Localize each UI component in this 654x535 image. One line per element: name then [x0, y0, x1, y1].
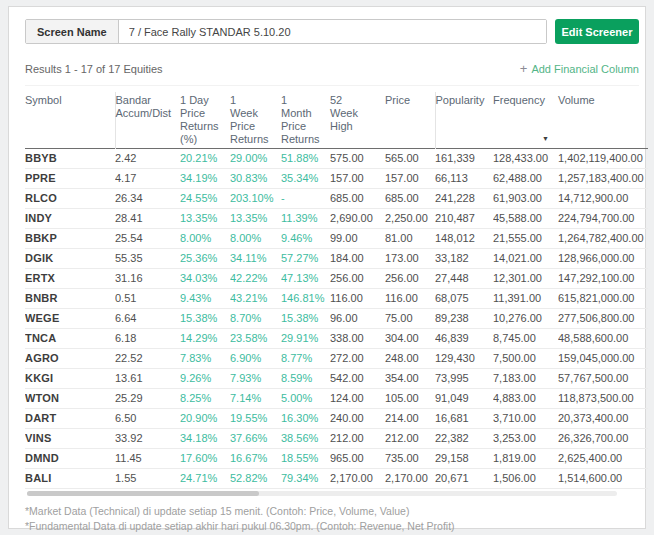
cell-price: 105.00: [385, 389, 435, 409]
cell-symbol[interactable]: AGRO: [25, 349, 115, 369]
cell-symbol[interactable]: WTON: [25, 389, 115, 409]
cell-accum: 22.52: [115, 349, 180, 369]
column-label: Volume: [558, 94, 595, 106]
cell-symbol[interactable]: DGIK: [25, 249, 115, 269]
horizontal-scrollbar-thumb[interactable]: [27, 491, 259, 496]
table-row[interactable]: ERTX31.1634.03%42.22%47.13%256.00256.002…: [25, 269, 648, 289]
column-header-price[interactable]: Price: [385, 92, 435, 149]
add-financial-column-button[interactable]: +Add Financial Column: [520, 61, 639, 76]
cell-m1: 9.46%: [281, 229, 330, 249]
cell-m1: 51.88%: [281, 149, 330, 169]
cell-symbol[interactable]: INDY: [25, 209, 115, 229]
cell-frequency: 45,588.00: [493, 209, 558, 229]
cell-popularity: 27,448: [435, 269, 493, 289]
cell-d1: 34.03%: [180, 269, 230, 289]
cell-accum: 0.51: [115, 289, 180, 309]
cell-accum: 6.64: [115, 309, 180, 329]
cell-volume: 57,767,500.00: [558, 369, 648, 389]
column-header-w1[interactable]: 1 Week Price Returns: [230, 92, 281, 149]
column-header-d1[interactable]: 1 Day Price Returns (%): [180, 92, 230, 149]
cell-symbol[interactable]: RLCO: [25, 189, 115, 209]
column-label: Symbol: [25, 94, 62, 106]
cell-frequency: 8,745.00: [493, 329, 558, 349]
table-row[interactable]: DMND11.4517.60%16.67%18.55%965.00735.002…: [25, 449, 648, 469]
column-header-m1[interactable]: 1 Month Price Returns: [281, 92, 330, 149]
cell-d1: 8.00%: [180, 229, 230, 249]
column-label: Price: [385, 94, 410, 106]
screen-name-input[interactable]: [119, 20, 546, 43]
cell-m1: -: [281, 189, 330, 209]
cell-popularity: 89,238: [435, 309, 493, 329]
table-row[interactable]: INDY28.4113.35%13.35%11.39%2,690.002,250…: [25, 209, 648, 229]
column-header-frequency[interactable]: Frequency▼: [493, 92, 558, 149]
table-row[interactable]: DART6.5020.90%19.55%16.30%240.00214.0016…: [25, 409, 648, 429]
table-row[interactable]: BBKP25.548.00%8.00%9.46%99.0081.00148,01…: [25, 229, 648, 249]
column-header-high52[interactable]: 52 Week High: [330, 92, 385, 149]
cell-frequency: 62,488.00: [493, 169, 558, 189]
table-row[interactable]: WEGE6.6415.38%8.70%15.38%96.0075.0089,23…: [25, 309, 648, 329]
cell-volume: 48,588,600.00: [558, 329, 648, 349]
table-row[interactable]: BBYB2.4220.21%29.00%51.88%575.00565.0016…: [25, 149, 648, 169]
cell-price: 2,170.00: [385, 469, 435, 489]
cell-symbol[interactable]: KKGI: [25, 369, 115, 389]
cell-accum: 28.41: [115, 209, 180, 229]
cell-high52: 575.00: [330, 149, 385, 169]
table-row[interactable]: TNCA6.1814.29%23.58%29.91%338.00304.0046…: [25, 329, 648, 349]
cell-price: 81.00: [385, 229, 435, 249]
table-row[interactable]: WTON25.298.25%7.14%5.00%124.00105.0091,0…: [25, 389, 648, 409]
edit-screener-button[interactable]: Edit Screener: [555, 19, 639, 44]
column-header-symbol[interactable]: Symbol: [25, 92, 115, 149]
cell-symbol[interactable]: VINS: [25, 429, 115, 449]
cell-d1: 25.36%: [180, 249, 230, 269]
table-row[interactable]: AGRO22.527.83%6.90%8.77%272.00248.00129,…: [25, 349, 648, 369]
cell-w1: 16.67%: [230, 449, 281, 469]
table-row[interactable]: BNBR0.519.43%43.21%146.81%116.00116.0068…: [25, 289, 648, 309]
cell-high52: 338.00: [330, 329, 385, 349]
cell-price: 157.00: [385, 169, 435, 189]
sort-desc-icon[interactable]: ▼: [542, 132, 549, 145]
table-row[interactable]: RLCO26.3424.55%203.10%-685.00685.00241,2…: [25, 189, 648, 209]
cell-d1: 24.71%: [180, 469, 230, 489]
cell-m1: 38.56%: [281, 429, 330, 449]
cell-d1: 34.18%: [180, 429, 230, 449]
column-label: 1 Month Price Returns: [281, 94, 320, 145]
cell-price: 248.00: [385, 349, 435, 369]
cell-w1: 8.70%: [230, 309, 281, 329]
cell-symbol[interactable]: BNBR: [25, 289, 115, 309]
cell-d1: 20.21%: [180, 149, 230, 169]
cell-accum: 1.55: [115, 469, 180, 489]
cell-price: 214.00: [385, 409, 435, 429]
table-row[interactable]: DGIK55.3525.36%34.11%57.27%184.00173.003…: [25, 249, 648, 269]
horizontal-scrollbar-track[interactable]: [27, 491, 617, 496]
cell-accum: 11.45: [115, 449, 180, 469]
column-header-accum[interactable]: Bandar Accum/Dist: [115, 92, 180, 149]
cell-volume: 14,712,900.00: [558, 189, 648, 209]
table-row[interactable]: KKGI13.619.26%7.93%8.59%542.00354.0073,9…: [25, 369, 648, 389]
cell-frequency: 12,301.00: [493, 269, 558, 289]
cell-high52: 124.00: [330, 389, 385, 409]
cell-m1: 11.39%: [281, 209, 330, 229]
table-row[interactable]: VINS33.9234.18%37.66%38.56%212.00212.002…: [25, 429, 648, 449]
cell-symbol[interactable]: TNCA: [25, 329, 115, 349]
cell-symbol[interactable]: DART: [25, 409, 115, 429]
cell-m1: 47.13%: [281, 269, 330, 289]
results-bar: Results 1 - 17 of 17 Equities +Add Finan…: [25, 61, 639, 86]
cell-symbol[interactable]: PPRE: [25, 169, 115, 189]
table-row[interactable]: BALI1.5524.71%52.82%79.34%2,170.002,170.…: [25, 469, 648, 489]
cell-symbol[interactable]: WEGE: [25, 309, 115, 329]
cell-w1: 6.90%: [230, 349, 281, 369]
cell-popularity: 22,382: [435, 429, 493, 449]
column-header-popularity[interactable]: Popularity: [435, 92, 493, 149]
cell-symbol[interactable]: BALI: [25, 469, 115, 489]
column-header-volume[interactable]: Volume: [558, 92, 648, 149]
cell-symbol[interactable]: ERTX: [25, 269, 115, 289]
cell-price: 75.00: [385, 309, 435, 329]
cell-symbol[interactable]: DMND: [25, 449, 115, 469]
cell-symbol[interactable]: BBYB: [25, 149, 115, 169]
cell-price: 354.00: [385, 369, 435, 389]
cell-w1: 7.14%: [230, 389, 281, 409]
table-row[interactable]: PPRE4.1734.19%30.83%35.34%157.00157.0066…: [25, 169, 648, 189]
cell-accum: 6.50: [115, 409, 180, 429]
cell-symbol[interactable]: BBKP: [25, 229, 115, 249]
cell-price: 212.00: [385, 429, 435, 449]
